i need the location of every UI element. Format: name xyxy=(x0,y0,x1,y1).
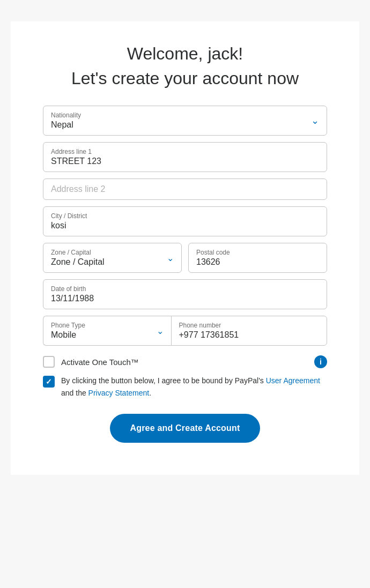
agree-text-after: . xyxy=(149,389,151,397)
agree-text: By clicking the button below, I agree to… xyxy=(61,375,327,399)
nationality-field[interactable]: Nationality Nepal ⌄ xyxy=(43,106,327,136)
dob-group: Date of birth 13/11/1988 xyxy=(43,279,327,309)
agree-text-between: and the xyxy=(61,389,88,397)
postal-value: 13626 xyxy=(196,257,319,267)
onetouch-row: Activate One Touch™ i xyxy=(43,355,327,368)
phone-number-field[interactable]: Phone number +977 17361851 xyxy=(171,316,328,346)
privacy-statement-link[interactable]: Privacy Statement xyxy=(88,389,150,397)
address1-field[interactable]: Address line 1 STREET 123 xyxy=(43,142,327,172)
agree-checkbox[interactable] xyxy=(43,376,55,388)
user-agreement-link[interactable]: User Agreement xyxy=(266,376,320,385)
agree-row: By clicking the button below, I agree to… xyxy=(43,375,327,399)
address2-field[interactable]: Address line 2 xyxy=(43,178,327,200)
submit-button[interactable]: Agree and Create Account xyxy=(110,414,260,443)
info-icon[interactable]: i xyxy=(314,355,327,368)
phone-type-field[interactable]: Phone Type Mobile ⌄ xyxy=(43,316,171,346)
postal-field[interactable]: Postal code 13626 xyxy=(188,243,327,273)
welcome-title-line1: Welcome, jack! xyxy=(43,43,327,65)
nationality-chevron-icon: ⌄ xyxy=(311,115,319,126)
phone-number-label: Phone number xyxy=(179,322,320,329)
address1-group: Address line 1 STREET 123 xyxy=(43,142,327,172)
dob-label: Date of birth xyxy=(51,285,319,293)
phone-type-value: Mobile xyxy=(51,330,164,340)
dob-field[interactable]: Date of birth 13/11/1988 xyxy=(43,279,327,309)
onetouch-checkbox[interactable] xyxy=(43,356,55,368)
main-container: Welcome, jack! Let's create your account… xyxy=(11,21,359,475)
dob-value: 13/11/1988 xyxy=(51,294,319,303)
city-field[interactable]: City / District kosi xyxy=(43,206,327,236)
welcome-title-line2: Let's create your account now xyxy=(43,68,327,90)
zone-field[interactable]: Zone / Capital Zone / Capital ⌄ xyxy=(43,243,182,273)
nationality-group: Nationality Nepal ⌄ xyxy=(43,106,327,136)
onetouch-label: Activate One Touch™ xyxy=(61,358,308,367)
address2-group: Address line 2 xyxy=(43,178,327,200)
phone-number-value: +977 17361851 xyxy=(179,330,320,340)
address2-placeholder: Address line 2 xyxy=(51,184,319,194)
address1-label: Address line 1 xyxy=(51,148,319,155)
zone-chevron-icon: ⌄ xyxy=(167,253,174,263)
nationality-value: Nepal xyxy=(51,120,319,130)
city-group: City / District kosi xyxy=(43,206,327,236)
nationality-label: Nationality xyxy=(51,111,319,119)
city-value: kosi xyxy=(51,221,319,230)
address1-value: STREET 123 xyxy=(51,157,319,166)
phone-type-chevron-icon: ⌄ xyxy=(157,326,164,336)
zone-value: Zone / Capital xyxy=(51,257,174,267)
postal-label: Postal code xyxy=(196,249,319,256)
zone-label: Zone / Capital xyxy=(51,249,174,256)
agree-text-before: By clicking the button below, I agree to… xyxy=(61,376,266,385)
city-label: City / District xyxy=(51,212,319,220)
phone-group: Phone Type Mobile ⌄ Phone number +977 17… xyxy=(43,316,327,346)
phone-type-label: Phone Type xyxy=(51,322,164,329)
zone-postal-group: Zone / Capital Zone / Capital ⌄ Postal c… xyxy=(43,243,327,273)
